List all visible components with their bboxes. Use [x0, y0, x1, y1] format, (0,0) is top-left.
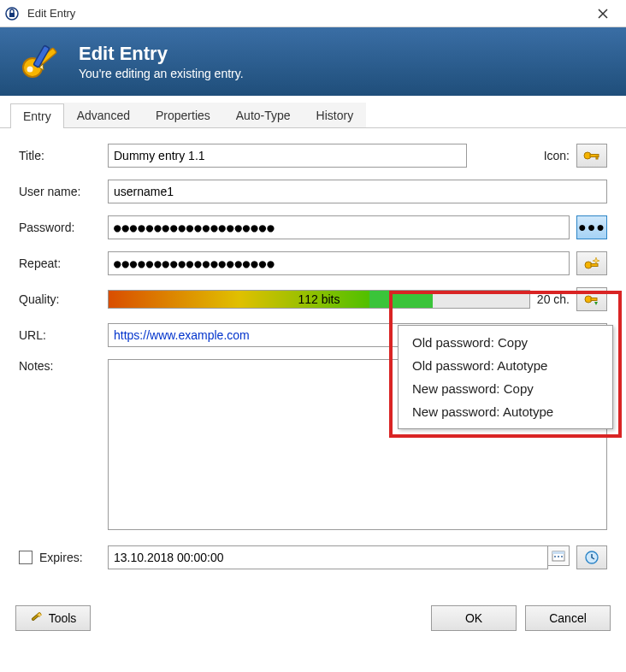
expires-label: Expires:: [39, 551, 83, 564]
svg-rect-17: [558, 556, 559, 557]
repeat-input[interactable]: [108, 251, 570, 275]
quality-chars: 20 ch.: [537, 292, 570, 306]
svg-rect-13: [591, 298, 597, 301]
password-input[interactable]: [108, 215, 570, 239]
dots-icon: ●●●: [578, 220, 605, 235]
key-pencil-icon: [17, 38, 63, 85]
icon-label: Icon:: [544, 149, 570, 162]
svg-rect-16: [554, 556, 556, 557]
quality-bits: 112 bits: [109, 291, 529, 308]
calendar-icon: [552, 550, 565, 562]
icon-button[interactable]: [576, 144, 607, 168]
menu-old-copy[interactable]: Old password: Copy: [400, 331, 611, 354]
close-button[interactable]: [583, 0, 623, 27]
menu-new-autotype[interactable]: New password: Autotype: [400, 400, 611, 423]
header-subtitle: You're editing an existing entry.: [79, 67, 244, 80]
expires-checkbox[interactable]: [19, 551, 32, 564]
password-label: Password:: [19, 221, 108, 234]
expires-input[interactable]: [108, 545, 548, 569]
username-label: User name:: [19, 185, 108, 198]
title-input[interactable]: [108, 144, 467, 168]
svg-rect-18: [561, 556, 563, 557]
username-input[interactable]: [108, 180, 607, 203]
clock-icon: [584, 550, 599, 565]
tools-label: Tools: [49, 611, 77, 625]
password-tools-menu: Old password: Copy Old password: Autotyp…: [398, 325, 613, 429]
generate-password-button[interactable]: [576, 251, 607, 275]
tab-autotype[interactable]: Auto-Type: [223, 103, 304, 127]
menu-old-autotype[interactable]: Old password: Autotype: [400, 354, 611, 377]
dialog-header: Edit Entry You're editing an existing en…: [0, 27, 626, 96]
tabs: Entry Advanced Properties Auto-Type Hist…: [0, 96, 626, 128]
svg-rect-9: [596, 156, 598, 159]
tab-entry[interactable]: Entry: [10, 103, 64, 128]
wand-icon: [30, 610, 44, 627]
tab-advanced[interactable]: Advanced: [64, 103, 143, 127]
app-icon: [3, 5, 21, 22]
ok-button[interactable]: OK: [431, 605, 517, 631]
cancel-button[interactable]: Cancel: [525, 605, 611, 631]
key-icon: [583, 149, 600, 162]
notes-label: Notes:: [19, 359, 108, 373]
reveal-password-button[interactable]: ●●●: [576, 215, 607, 239]
svg-rect-1: [9, 13, 15, 17]
title-label: Title:: [19, 149, 108, 162]
tools-button[interactable]: Tools: [15, 605, 91, 631]
key-arrow-icon: [583, 292, 600, 307]
password-tools-button[interactable]: [576, 287, 607, 311]
tab-properties[interactable]: Properties: [143, 103, 223, 127]
titlebar: Edit Entry: [0, 0, 626, 27]
footer: Tools OK Cancel: [0, 597, 626, 643]
repeat-label: Repeat:: [19, 256, 108, 270]
svg-rect-11: [591, 264, 598, 267]
expires-preset-button[interactable]: [576, 545, 607, 569]
tab-history[interactable]: History: [304, 103, 367, 127]
quality-bar: 112 bits: [108, 290, 530, 309]
url-label: URL:: [19, 328, 108, 342]
window-title: Edit Entry: [27, 7, 583, 20]
key-sparkle-icon: [583, 256, 600, 271]
calendar-picker-button[interactable]: [547, 545, 570, 566]
menu-new-copy[interactable]: New password: Copy: [400, 377, 611, 400]
svg-point-3: [27, 67, 33, 73]
header-title: Edit Entry: [79, 43, 244, 65]
svg-rect-15: [552, 551, 564, 554]
quality-label: Quality:: [19, 292, 108, 306]
